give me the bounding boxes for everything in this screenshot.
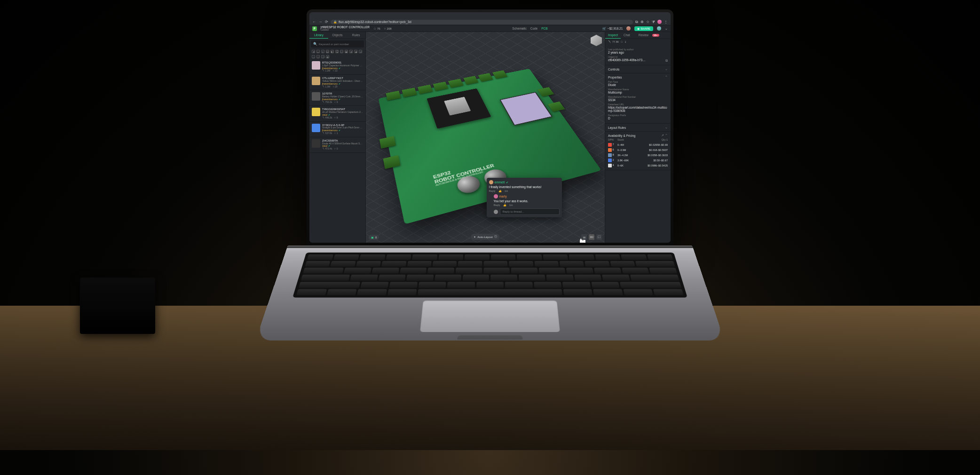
- layout-rules-section[interactable]: Layout Rules⌄: [605, 124, 671, 132]
- chevron-up-icon[interactable]: ⌃: [665, 134, 668, 137]
- browser-menu-icon[interactable]: ⋮: [664, 20, 668, 24]
- auto-layout-button[interactable]: ✦ Auto-Layout ⓘ: [471, 234, 499, 240]
- bookmark-icon[interactable]: ☆: [646, 20, 649, 24]
- errors-badge[interactable]: ▣ 0: [369, 235, 379, 240]
- trackpad: [420, 301, 560, 332]
- view-controls: ⊞ 3D ⛶: [581, 234, 602, 240]
- part-thumb: [312, 124, 320, 132]
- controls-section[interactable]: Controls⌄: [605, 65, 671, 73]
- pricing-row[interactable]: 60–3.9M$0.018–$0.5937: [608, 147, 668, 152]
- pricing-row[interactable]: 70–4M$0.02958–$0.69: [608, 142, 668, 147]
- tab-code[interactable]: Code: [530, 27, 538, 30]
- filter-icon[interactable]: ≡: [321, 50, 324, 53]
- tab-review[interactable]: Review99+: [633, 32, 662, 39]
- tab-inspect[interactable]: Inspect: [605, 32, 621, 39]
- reply-input[interactable]: [500, 208, 560, 215]
- copy-icon[interactable]: ⧉: [665, 58, 668, 63]
- tab-chat[interactable]: Chat: [621, 32, 633, 39]
- nav-forward-icon[interactable]: →: [318, 20, 322, 24]
- star-icon[interactable]: ☆: [620, 40, 623, 44]
- star-icon: ☆: [373, 27, 376, 31]
- user-avatar-1[interactable]: [626, 26, 631, 31]
- zoom-icon[interactable]: ⊕: [640, 20, 644, 24]
- left-tabs: Library Objects Rules: [309, 32, 365, 39]
- grid-toggle[interactable]: ⊞: [581, 234, 587, 240]
- breadcrumb[interactable]: jr98/ESP32 ROBOT CONTROLLER Loaded: [321, 26, 370, 32]
- tab-objects[interactable]: Objects: [328, 32, 347, 39]
- browser-tabbar: [309, 12, 671, 19]
- filter-icon[interactable]: ▤: [326, 50, 329, 53]
- stat-forks[interactable]: ⑂208: [384, 27, 392, 30]
- comment-author[interactable]: marty: [499, 195, 507, 198]
- app-logo[interactable]: F: [312, 26, 317, 31]
- part-item[interactable]: CTL1206FYW1T Yellow 590nm LED Indication…: [309, 75, 365, 90]
- filter-icon[interactable]: ▭: [316, 50, 320, 53]
- comment-time: 1m: [505, 190, 508, 192]
- part-item[interactable]: 1070TR Battery Holder (Open) Coin, 20.0m…: [309, 90, 365, 106]
- part-item[interactable]: 8751Q5359001 1.8µF Capacitor Aluminum Po…: [309, 59, 365, 75]
- cart-total: ~$2,918.21: [608, 27, 623, 30]
- url-box[interactable]: 🔒 flux.ai/jr98/esp32-robot-controller?ed…: [331, 20, 633, 24]
- tab-rules[interactable]: Rules: [347, 32, 365, 39]
- filter-icon[interactable]: ◫: [340, 50, 343, 53]
- filter-icon[interactable]: ◉: [354, 50, 357, 53]
- part-item[interactable]: ZHCS500TA Diode 40 V 500mA Surface Mount…: [309, 137, 365, 153]
- chevron-up-icon[interactable]: ⌃: [665, 75, 668, 79]
- browser-avatar[interactable]: [657, 20, 662, 24]
- properties-section: Properties⌃ Part TypeDiode Manufacturer …: [605, 73, 671, 124]
- app-menu-icon[interactable]: ⌄: [665, 26, 668, 31]
- part-item[interactable]: XY301V-A-5.0-3P Straight 3 pin 5mm 3 pin…: [309, 122, 365, 137]
- reply-link[interactable]: Reply: [489, 190, 496, 192]
- nav-back-icon[interactable]: ←: [312, 20, 316, 24]
- avatar: [489, 180, 493, 184]
- filter-icon[interactable]: ◧: [331, 50, 334, 53]
- view-3d-toggle[interactable]: 3D: [589, 234, 594, 240]
- canvas-3d[interactable]: ESP32ROBOT CONTROLLER AUTONOMOUS & RADIO…: [366, 32, 605, 243]
- reply-link[interactable]: Reply: [494, 204, 500, 206]
- filter-icon[interactable]: ⊙: [359, 50, 362, 53]
- library-search[interactable]: 🔍: [311, 40, 364, 48]
- verified-icon: ✔: [506, 181, 508, 184]
- share-button[interactable]: ◉ SHARE: [634, 26, 653, 31]
- pricing-row[interactable]: 83K–4.2M$0.0358–$0.3633: [608, 152, 668, 158]
- extensions-icon[interactable]: ⧩: [652, 20, 655, 24]
- filter-icon[interactable]: ★: [312, 50, 315, 53]
- part-number: T491D226K025AT: [322, 108, 363, 111]
- part-item[interactable]: T491D226K025AT 22 µF Molded Tantalum Cap…: [309, 106, 365, 121]
- datasheet-link[interactable]: https://octopart.com/datasheet/ss34-mult…: [608, 106, 668, 112]
- filter-icon[interactable]: ▣: [345, 50, 348, 53]
- screen: ← → ⟳ 🔒 flux.ai/jr98/esp32-robot-control…: [309, 12, 671, 243]
- reply-box: [494, 208, 560, 215]
- pricing-row[interactable]: 23.8K–69K$0.50–$0.67: [608, 158, 668, 163]
- filter-icon[interactable]: ◐: [326, 55, 329, 58]
- like-icon[interactable]: 👍: [503, 204, 506, 206]
- user-avatar-2[interactable]: [657, 26, 661, 31]
- like-icon[interactable]: 👍: [498, 190, 502, 192]
- filter-icon[interactable]: ⬡: [321, 55, 324, 58]
- comment-thread: emmett ✔ I finally invented something th…: [487, 178, 562, 217]
- pricing-row[interactable]: 40–6K$0.0986–$0.5425: [608, 163, 668, 168]
- stat-stars[interactable]: ☆75: [373, 27, 380, 31]
- view-cube[interactable]: [591, 35, 602, 46]
- part-thumb: [312, 92, 320, 101]
- filter-icons-row2: △□⬡◐: [309, 54, 365, 59]
- review-badge: 99+: [652, 34, 659, 37]
- browser-addressbar: ← → ⟳ 🔒 flux.ai/jr98/esp32-robot-control…: [309, 19, 671, 25]
- filter-icon[interactable]: ◈: [349, 50, 353, 53]
- comment-author[interactable]: emmett: [495, 181, 505, 184]
- cart[interactable]: 🛒 ~$2,918.21: [602, 27, 623, 31]
- fullscreen-icon[interactable]: ⛶: [596, 234, 602, 240]
- filter-icon[interactable]: □: [316, 55, 320, 58]
- external-link-icon[interactable]: ↗: [661, 134, 664, 137]
- share-icon: ◉: [637, 27, 640, 30]
- info-icon: ⓘ: [494, 235, 497, 239]
- screenshot-icon[interactable]: ⧉: [635, 20, 638, 24]
- filter-icon[interactable]: ⊏: [335, 50, 339, 53]
- tab-library[interactable]: Library: [309, 32, 328, 39]
- filter-icon[interactable]: △: [312, 55, 315, 58]
- tab-pcb[interactable]: PCB: [541, 27, 547, 30]
- search-input[interactable]: [319, 43, 362, 46]
- left-panel: Library Objects Rules 🔍 ★▭≡▤◧⊏◫▣◈◉⊙ △□⬡◐: [309, 32, 366, 243]
- tab-schematic[interactable]: Schematic: [512, 27, 526, 30]
- nav-reload-icon[interactable]: ⟳: [324, 20, 328, 24]
